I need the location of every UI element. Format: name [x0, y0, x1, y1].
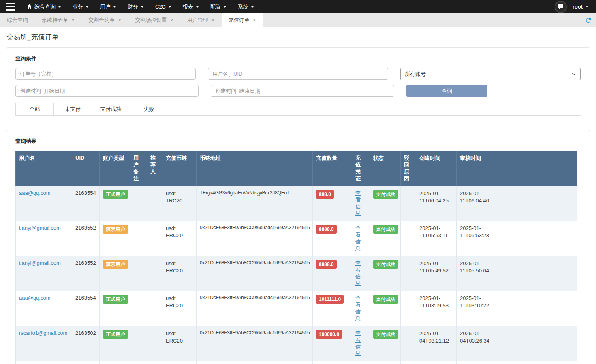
reject-reason-cell — [401, 221, 416, 256]
status-filter-tab[interactable]: 失败 — [130, 103, 168, 116]
user-note-cell — [130, 221, 147, 256]
caret-down-icon — [223, 6, 226, 8]
username-link[interactable]: rscarfo1@gmail.com — [19, 330, 67, 336]
messages-button[interactable] — [555, 1, 567, 13]
nav-item-7[interactable]: 系统 — [232, 0, 260, 13]
page-title: 交易所_充值订单 — [6, 32, 590, 42]
user-note-cell — [130, 256, 147, 291]
nav-item-5[interactable]: 报表 — [177, 0, 205, 13]
results-table-head-row: 用户名UID账户类型用户备注推荐人充值币链币链地址充值数量充值凭证状态驳回原因创… — [16, 151, 577, 186]
column-header — [496, 151, 577, 186]
reject-reason-cell — [401, 291, 416, 326]
status-filter-tab[interactable]: 未支付 — [53, 103, 92, 116]
status-badge: 支付成功 — [373, 190, 398, 199]
status-badge: 支付成功 — [373, 225, 398, 234]
empty-cell — [496, 221, 577, 256]
referrer-cell — [147, 361, 162, 364]
address-cell: TErgx4GG3v6ghaEuVuNbsjyiBcx2J8QEoT — [197, 361, 313, 364]
tab-bar: 综合查询永续持仓单×交割合约单×交割场控设置×用户管理×充值订单× — [0, 13, 596, 27]
user-search-input[interactable] — [208, 68, 388, 80]
menu-toggle-button[interactable] — [0, 0, 21, 13]
account-type-badge: 正式用户 — [103, 330, 128, 339]
tab[interactable]: 综合查询 — [0, 13, 35, 27]
view-info-link[interactable]: 查看信息 — [355, 330, 361, 358]
nav-item-label: 业务 — [73, 3, 83, 11]
table-row: rscarfo1@gmail.com2163502正式用户usdt _ ERC2… — [16, 326, 577, 361]
view-info-link[interactable]: 查看信息 — [355, 225, 361, 252]
close-icon[interactable]: × — [253, 17, 256, 23]
nav-item-2[interactable]: 用户 — [94, 0, 122, 13]
close-icon[interactable]: × — [71, 17, 75, 23]
tab[interactable]: 永续持仓单× — [35, 13, 81, 27]
tab-label: 用户管理 — [187, 17, 208, 24]
order-no-input[interactable] — [15, 68, 196, 80]
nav-item-4[interactable]: C2C — [150, 0, 177, 13]
amount-badge: 888.0 — [316, 190, 334, 199]
close-icon[interactable]: × — [118, 17, 121, 23]
uid-cell: 2163502 — [72, 326, 100, 361]
reject-reason-cell — [401, 361, 416, 364]
nav-item-0[interactable]: 综合查询 — [21, 0, 67, 13]
username-link[interactable]: aaa@qq.com — [19, 190, 51, 196]
nav-item-3[interactable]: 财务 — [122, 0, 150, 13]
results-table-body: aaa@qq.com2163554正式用户usdt _ TRC20TErgx4G… — [16, 186, 577, 364]
nav-item-label: 综合查询 — [34, 3, 56, 11]
nav-item-label: 报表 — [183, 3, 193, 11]
user-note-cell — [130, 291, 147, 326]
audited-at-cell: 2025-01-11T06:04:40 — [457, 186, 496, 221]
user-menu[interactable]: root — [573, 4, 589, 10]
results-panel: 查询结果 用户名UID账户类型用户备注推荐人充值币链币链地址充值数量充值凭证状态… — [6, 130, 590, 364]
address-cell: 0x21DcE68F3ffE9Ab8CC9f6d9adc1669aA321645… — [197, 326, 313, 361]
empty-cell — [496, 291, 577, 326]
tab-label: 交割合约单 — [88, 17, 115, 24]
empty-cell — [496, 186, 577, 221]
status-filter-tab[interactable]: 支付成功 — [92, 103, 130, 116]
tab[interactable]: 充值订单× — [222, 13, 263, 27]
search-button[interactable]: 查询 — [406, 85, 487, 97]
date-start-input[interactable] — [15, 85, 199, 97]
username-link[interactable]: aaa@qq.com — [19, 295, 51, 301]
column-header: 驳回原因 — [401, 151, 416, 186]
account-select[interactable]: 所有账号 — [400, 68, 581, 80]
user-note-cell — [130, 186, 147, 221]
tab[interactable]: 交割场控设置× — [128, 13, 180, 27]
account-select-value: 所有账号 — [405, 70, 426, 78]
table-row: aaa@qq.com2163554正式用户usdt _ TRC20TErgx4G… — [16, 186, 577, 221]
view-info-link[interactable]: 查看信息 — [355, 260, 361, 287]
nav-item-6[interactable]: 配置 — [205, 0, 232, 13]
column-header: 创建时间 — [416, 151, 457, 186]
tab[interactable]: 交割合约单× — [81, 13, 128, 27]
date-end-input[interactable] — [211, 85, 394, 97]
address-cell: TErgx4GG3v6ghaEuVuNbsjyiBcx2J8QEoT — [197, 186, 313, 221]
empty-cell — [496, 326, 577, 361]
status-filter-tab[interactable]: 全部 — [15, 103, 54, 116]
username-link[interactable]: tianyi@gmail.com — [19, 260, 61, 266]
top-navbar: 综合查询业务用户财务C2C报表配置系统 root — [0, 0, 596, 13]
close-icon[interactable]: × — [211, 17, 215, 23]
nav-item-label: 财务 — [128, 3, 138, 11]
results-panel-title: 查询结果 — [15, 138, 581, 145]
tab[interactable]: 用户管理× — [180, 13, 222, 27]
view-info-link[interactable]: 查看信息 — [355, 295, 361, 322]
audited-at-cell: 2025-01-04T03:26:34 — [457, 326, 496, 361]
column-header: 推荐人 — [147, 151, 162, 186]
user-note-cell — [130, 326, 147, 361]
referrer-cell — [147, 326, 162, 361]
referrer-cell — [147, 221, 162, 256]
uid-cell: 2163554 — [72, 186, 100, 221]
close-icon[interactable]: × — [170, 17, 173, 23]
empty-cell — [496, 256, 577, 291]
amount-badge: 100000.0 — [316, 330, 342, 339]
results-table: 用户名UID账户类型用户备注推荐人充值币链币链地址充值数量充值凭证状态驳回原因创… — [15, 151, 577, 364]
chain-cell: usdt _ ERC20 — [162, 256, 197, 291]
username-link[interactable]: tianyi@gmail.com — [19, 225, 61, 231]
nav-item-1[interactable]: 业务 — [67, 0, 94, 13]
created-at-cell: 2025-01-11T06:04:25 — [416, 186, 457, 221]
reject-reason-cell — [401, 186, 416, 221]
refresh-button[interactable] — [585, 13, 596, 27]
created-at-cell: 2025-01-04T03:21:12 — [416, 326, 457, 361]
refresh-icon — [585, 17, 592, 24]
view-info-link[interactable]: 查看信息 — [355, 190, 361, 217]
column-header: 用户名 — [16, 151, 72, 186]
caret-down-icon — [141, 6, 144, 8]
